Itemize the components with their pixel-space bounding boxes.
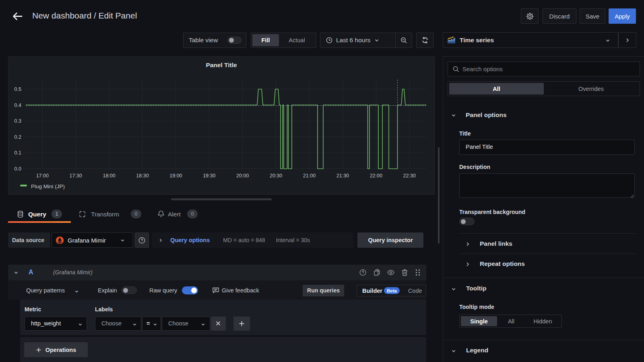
svg-text:22:00: 22:00	[370, 173, 382, 179]
svg-text:19:00: 19:00	[169, 173, 182, 179]
svg-text:Panel Title: Panel Title	[206, 62, 237, 68]
svg-text:20:30: 20:30	[270, 173, 282, 179]
svg-text:19:30: 19:30	[203, 173, 215, 179]
svg-text:22:30: 22:30	[403, 173, 416, 179]
svg-text:Plug Mini (JP): Plug Mini (JP)	[31, 183, 65, 189]
svg-text:0.0: 0.0	[14, 166, 21, 172]
svg-text:17:00: 17:00	[36, 173, 49, 179]
svg-text:20:00: 20:00	[236, 173, 249, 179]
svg-text:0.2: 0.2	[14, 134, 21, 140]
svg-text:17:30: 17:30	[70, 173, 82, 179]
svg-text:21:30: 21:30	[336, 173, 349, 179]
svg-text:0.4: 0.4	[14, 103, 21, 108]
svg-text:21:00: 21:00	[303, 173, 316, 179]
svg-text:0.1: 0.1	[14, 150, 21, 156]
svg-text:0.3: 0.3	[14, 118, 21, 124]
svg-text:18:30: 18:30	[136, 173, 149, 179]
svg-text:18:00: 18:00	[103, 173, 115, 179]
svg-text:0.5: 0.5	[14, 86, 21, 92]
